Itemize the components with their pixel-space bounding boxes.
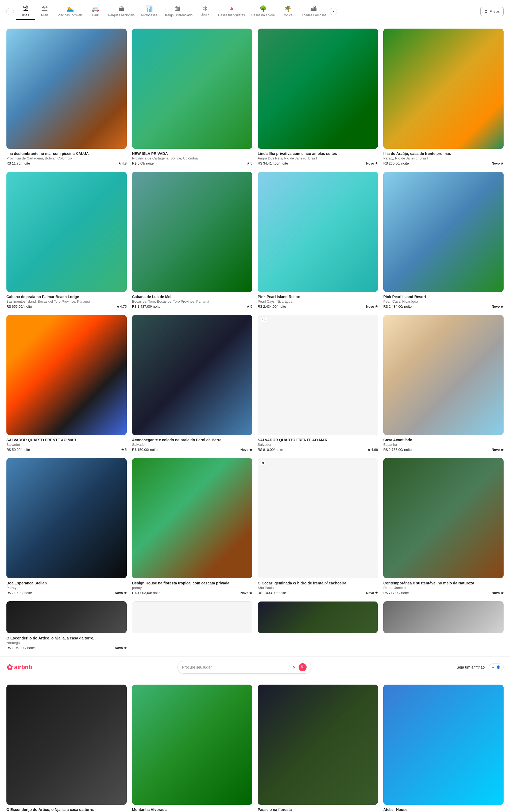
listing-card[interactable]: Cabana de praia no Palmar Beach Lodge Ba… <box>6 172 127 308</box>
category-item-ilhas[interactable]: 🏝 Ilhas <box>16 3 35 20</box>
category-icon-design: 🏛 <box>175 5 181 12</box>
listing-card[interactable] <box>383 601 504 650</box>
listing-card[interactable]: NEW ISLA PRIVADA Província de Cartagena,… <box>132 29 252 166</box>
category-item-artico[interactable]: ❄ Ártico <box>196 3 215 20</box>
listing-meta: R$ 260,00/ noite Novo ★ <box>383 161 504 166</box>
nav-prev-button[interactable]: ‹ <box>6 8 14 15</box>
listing-rating: Novo ★ <box>115 591 127 595</box>
listing-title: Ilha deslumbrante no mar com piscina KAL… <box>6 151 127 156</box>
listing-image <box>383 315 504 435</box>
category-item-triangulares[interactable]: 🔺 Casas triangulares <box>215 3 248 20</box>
listing-rating: ★5 <box>247 161 252 166</box>
host-link[interactable]: Seja um anfitrião <box>457 665 485 669</box>
nav-next-button[interactable]: › <box>330 8 337 15</box>
listing-image <box>132 685 252 805</box>
listing-card[interactable] <box>132 601 252 650</box>
main-content: Ilha deslumbrante no mar com piscina KAL… <box>0 22 510 656</box>
listing-card[interactable]: Atelier House Barbados R$ 8.129,00/ noit… <box>383 685 504 812</box>
search-submit-button[interactable]: 🔍 <box>299 663 307 671</box>
listing-location: Angra Dos Reis, Rio de Janeiro, Brasil <box>258 156 378 160</box>
category-item-uau[interactable]: 🚐 Uau! <box>86 3 105 20</box>
listing-card[interactable]: SALVADOR QUARTO FRENTE AO MAR Salvador R… <box>6 315 127 452</box>
listing-location: paraty <box>132 586 252 590</box>
listing-location: Salvador <box>6 443 127 447</box>
listing-meta: R$ 2.434,00/ noite Novo ★ <box>383 304 504 308</box>
search-clear-button[interactable]: ✕ <box>292 664 296 670</box>
listing-card[interactable]: 3 O Cocar: geminada c/ hidro de frente p… <box>258 458 378 595</box>
listing-title: O Esconderijo do Ártico, o Njalla, a cas… <box>6 808 127 812</box>
category-icon-uau: 🚐 <box>92 5 99 12</box>
listing-price: R$ 710,00/ noite <box>6 591 32 595</box>
listing-title: Linda Ilha privativa com cinco amplas su… <box>258 151 378 156</box>
listing-title: SALVADOR QUARTO FRENTE AO MAR <box>6 438 127 442</box>
listing-price: R$ 1.487,00/ noite <box>132 304 160 308</box>
category-item-famosas[interactable]: 🏙 Cidades Famosas <box>297 3 330 20</box>
category-item-microcasas[interactable]: 📊 Microcasas <box>138 3 160 20</box>
listing-location: Bocas del Toro, Bocas del Toro Province,… <box>132 299 252 303</box>
listing-image <box>383 458 504 578</box>
listing-card[interactable]: Passeio na floresta Belo Horizonte R$ 75… <box>258 685 378 812</box>
listing-location: Espanha <box>383 443 504 447</box>
listing-card[interactable]: Pink Pearl Island Resort Pearl Cays, Nic… <box>383 172 504 308</box>
listing-location: Província de Cartagena, Bolívar, Colômbi… <box>6 156 127 160</box>
listing-card[interactable]: Ilha deslumbrante no mar com piscina KAL… <box>6 29 127 166</box>
listing-card[interactable]: Boa Esperanca Stellan Paraty R$ 710,00/ … <box>6 458 127 595</box>
category-label-arvore: Casas na árvore <box>251 13 275 17</box>
listing-card[interactable]: Cabana de Lua de Mel Bocas del Toro, Boc… <box>132 172 252 308</box>
listing-image <box>383 29 504 149</box>
category-item-piscinas[interactable]: 🏊 Piscinas Incríveis <box>55 3 86 20</box>
listing-card[interactable]: Linda Ilha privativa com cinco amplas su… <box>258 29 378 166</box>
listing-location: Noruega <box>6 641 127 645</box>
listing-card[interactable]: Pink Pearl Island Resort Pearl Cays, Nic… <box>258 172 378 308</box>
category-icon-ilhas: 🏝 <box>23 5 29 12</box>
listing-image: 15 <box>258 315 378 435</box>
listing-image <box>132 29 252 149</box>
user-avatar-icon: 👤 <box>496 665 501 669</box>
category-item-tropical[interactable]: 🌴 Tropical <box>278 3 297 20</box>
bar-right: Seja um anfitrião ≡ 👤 <box>457 663 504 671</box>
filter-label: Filtros <box>489 9 500 13</box>
category-label-piscinas: Piscinas Incríveis <box>58 13 83 17</box>
category-icon-piscinas: 🏊 <box>66 5 74 12</box>
airbnb-logo-text: airbnb <box>14 664 32 671</box>
listing-title: Cabana de praia no Palmar Beach Lodge <box>6 295 127 299</box>
listing-location: Paraty <box>6 586 127 590</box>
hamburger-icon: ≡ <box>492 665 494 669</box>
lower-listings: O Esconderijo do Ártico, o Njalla, a cas… <box>0 678 510 812</box>
listing-location: Rio de Janeiro <box>383 586 504 590</box>
filter-button[interactable]: ⚙ Filtros <box>480 7 504 16</box>
search-bar[interactable]: ✕ 🔍 <box>177 661 311 674</box>
user-menu-button[interactable]: ≡ 👤 <box>489 663 504 671</box>
listing-rating: Novo ★ <box>240 591 252 595</box>
listing-card[interactable]: Aconchegante e colado na praia do Farol … <box>132 315 252 452</box>
category-item-arvore[interactable]: 🌳 Casas na árvore <box>248 3 278 20</box>
category-item-design[interactable]: 🏛 Design Diferenciado <box>160 3 196 20</box>
listing-rating: Novo ★ <box>492 448 504 452</box>
listing-rating: ★5 <box>247 304 252 308</box>
category-label-tropical: Tropical <box>282 13 293 17</box>
listing-card[interactable]: Montanha Alvorada Santa Catarina R$ 650,… <box>132 685 252 812</box>
listing-rating: ★5 <box>121 448 127 452</box>
listing-card[interactable]: O Esconderijo do Ártico, o Njalla, a cas… <box>6 601 127 650</box>
listing-meta: R$ 6,69/ noite ★5 <box>132 161 252 166</box>
listing-card[interactable]: Contemporânea e sustentável no meio da N… <box>383 458 504 595</box>
listing-price: R$ 717,00/ noite <box>383 591 409 595</box>
listing-card[interactable]: 15 SALVADOR QUARTO FRENTE AO MAR Salvado… <box>258 315 378 452</box>
category-item-praia[interactable]: ⛱ Praia <box>35 3 55 20</box>
listing-card[interactable]: O Esconderijo do Ártico, o Njalla, a cas… <box>6 685 127 812</box>
category-label-parques: Parques nacionais <box>108 13 135 17</box>
listing-meta: R$ 1.059,00/ noite Novo ★ <box>6 646 127 650</box>
category-icon-famosas: 🏙 <box>311 5 316 12</box>
listing-price: R$ 2.434,00/ noite <box>383 304 412 308</box>
search-input[interactable] <box>182 665 290 669</box>
category-item-parques[interactable]: 🏔 Parques nacionais <box>105 3 138 20</box>
filter-icon: ⚙ <box>484 9 488 13</box>
listing-card[interactable]: Ilha do Araújo, casa de frente pro mar. … <box>383 29 504 166</box>
listing-title: Passeio na floresta <box>258 808 378 812</box>
listing-meta: R$ 1.487,00/ noite ★5 <box>132 304 252 308</box>
listing-card[interactable]: Casa Acantilado Espanha R$ 2.755,00/ noi… <box>383 315 504 452</box>
category-label-artico: Ártico <box>201 13 209 17</box>
listing-card[interactable]: Design House na floresta tropical com ca… <box>132 458 252 595</box>
listing-meta: R$ 2.434,00/ noite Novo ★ <box>258 304 378 308</box>
listing-card[interactable] <box>258 601 378 650</box>
